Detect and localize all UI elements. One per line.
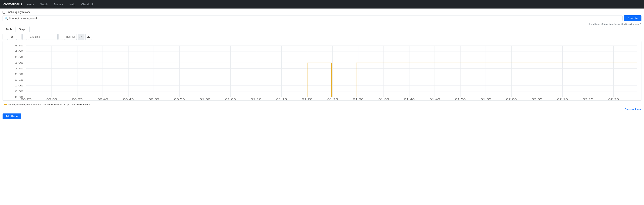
legend-label: linode_instance_count{instance="linode-e… — [8, 103, 90, 106]
query-history-row: Enable query history — [2, 11, 642, 14]
svg-text:01:45: 01:45 — [430, 98, 440, 100]
prev-button[interactable]: ‹ — [22, 34, 27, 40]
main-content: Enable query history 🔍 Execute Load time… — [0, 9, 644, 121]
search-input[interactable] — [9, 17, 620, 20]
nav-graph[interactable]: Graph — [39, 2, 49, 7]
svg-text:00:45: 00:45 — [123, 98, 134, 100]
bar-chart-button[interactable] — [85, 34, 92, 40]
nav-alerts[interactable]: Alerts — [26, 2, 35, 7]
resolution-input[interactable] — [64, 34, 77, 40]
svg-text:00:30: 00:30 — [46, 98, 57, 100]
load-info-text: Load time: 225ms Resolution: 28s Result … — [589, 23, 642, 25]
tab-table[interactable]: Table — [2, 26, 16, 32]
svg-text:01:35: 01:35 — [378, 98, 389, 100]
legend-color — [4, 104, 7, 105]
line-chart-button[interactable] — [78, 34, 84, 40]
navbar-brand[interactable]: Prometheus — [2, 2, 22, 6]
line-chart-icon — [79, 35, 83, 38]
svg-text:2.50: 2.50 — [15, 68, 23, 70]
legend-row: linode_instance_count{instance="linode-e… — [2, 102, 642, 107]
chart-wrapper: 4.50 4.00 3.50 3.00 2.50 2.00 1.50 1.00 … — [2, 41, 642, 101]
end-time-input[interactable] — [28, 34, 58, 40]
svg-rect-1 — [88, 36, 89, 38]
bottom-row: Remove Panel — [2, 107, 642, 113]
next-button[interactable]: › — [58, 34, 63, 40]
svg-text:1.00: 1.00 — [15, 85, 23, 87]
svg-text:02:10: 02:10 — [557, 98, 568, 100]
svg-text:3.00: 3.00 — [15, 62, 23, 64]
nav-status[interactable]: Status ▾ — [52, 2, 65, 7]
chevron-down-icon: ▾ — [62, 3, 64, 6]
add-panel-button[interactable]: Add Panel — [2, 113, 21, 119]
svg-text:01:30: 01:30 — [353, 98, 364, 100]
svg-text:1.50: 1.50 — [15, 79, 23, 81]
query-history-checkbox[interactable] — [2, 11, 5, 14]
svg-text:01:05: 01:05 — [225, 98, 236, 100]
svg-text:02:05: 02:05 — [532, 98, 542, 100]
nav-classic-ui[interactable]: Classic UI — [80, 2, 95, 7]
svg-text:00:50: 00:50 — [148, 98, 159, 100]
svg-text:4.50: 4.50 — [15, 45, 23, 47]
svg-text:01:00: 01:00 — [200, 98, 210, 100]
svg-text:00:25: 00:25 — [21, 98, 32, 100]
search-container: 🔍 — [2, 16, 622, 21]
svg-text:02:00: 02:00 — [506, 98, 517, 100]
load-info: Load time: 225ms Resolution: 28s Result … — [2, 23, 642, 25]
svg-text:01:55: 01:55 — [480, 98, 491, 100]
tabs-row: Table Graph — [2, 26, 642, 32]
svg-text:01:15: 01:15 — [276, 98, 287, 100]
bar-chart-icon — [87, 35, 90, 38]
search-row: 🔍 Execute — [2, 15, 642, 21]
tab-graph[interactable]: Graph — [16, 26, 30, 32]
svg-rect-2 — [89, 37, 90, 38]
chart-svg: 4.50 4.00 3.50 3.00 2.50 2.00 1.50 1.00 … — [3, 43, 641, 100]
svg-text:02:20: 02:20 — [608, 98, 619, 100]
svg-text:01:25: 01:25 — [327, 98, 338, 100]
svg-text:01:40: 01:40 — [404, 98, 414, 100]
svg-text:01:20: 01:20 — [302, 98, 312, 100]
remove-panel-link[interactable]: Remove Panel — [625, 108, 642, 111]
svg-text:01:50: 01:50 — [455, 98, 466, 100]
svg-text:00:35: 00:35 — [72, 98, 82, 100]
nav-help[interactable]: Help — [68, 2, 76, 7]
svg-text:02:15: 02:15 — [583, 98, 594, 100]
search-icon: 🔍 — [4, 17, 8, 20]
navbar: Prometheus Alerts Graph Status ▾ Help Cl… — [0, 0, 644, 9]
svg-text:00:55: 00:55 — [174, 98, 185, 100]
query-history-label: Enable query history — [6, 11, 30, 14]
svg-text:01:10: 01:10 — [251, 98, 262, 100]
svg-text:0.50: 0.50 — [15, 90, 23, 93]
svg-text:00:40: 00:40 — [98, 98, 108, 100]
zoom-in-button[interactable]: + — [16, 34, 22, 40]
svg-text:4.00: 4.00 — [15, 50, 23, 53]
svg-rect-0 — [87, 37, 88, 38]
execute-button[interactable]: Execute — [624, 15, 642, 21]
graph-controls: − 2h + ‹ › — [2, 34, 642, 40]
zoom-out-button[interactable]: − — [2, 34, 8, 40]
svg-text:3.50: 3.50 — [15, 56, 23, 58]
duration-label: 2h — [9, 34, 15, 40]
svg-text:2.00: 2.00 — [15, 73, 23, 75]
